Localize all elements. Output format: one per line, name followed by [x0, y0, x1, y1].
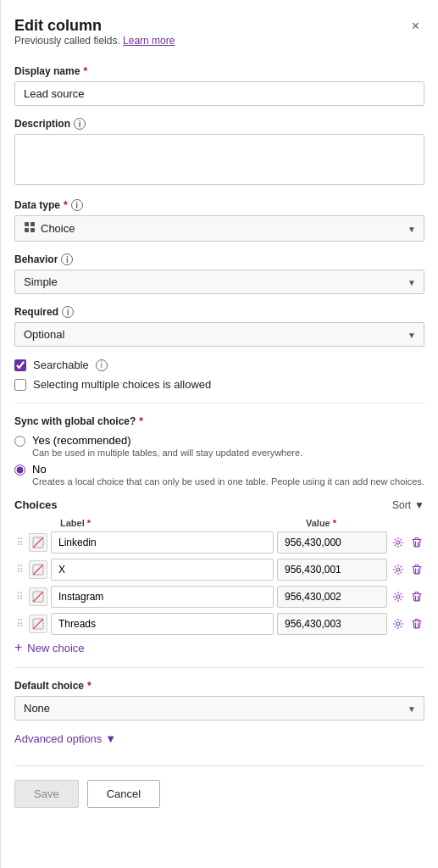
behavior-select[interactable]: Simple ▼	[14, 270, 424, 294]
no-image-icon[interactable]	[29, 587, 47, 606]
sync-global-group: Sync with global choice? * Yes (recommen…	[14, 415, 424, 487]
edit-column-panel: Edit column Previously called fields. Le…	[0, 0, 438, 868]
data-type-group: Data type * i Choice ▼	[14, 199, 424, 242]
choice-row: ⠿	[14, 613, 424, 635]
behavior-info-icon[interactable]: i	[61, 253, 73, 265]
choices-list: ⠿ ⠿	[14, 531, 424, 635]
description-label: Description i	[14, 118, 424, 130]
required-star: *	[83, 65, 87, 77]
data-type-select[interactable]: Choice ▼	[14, 215, 424, 242]
row-settings-button[interactable]	[391, 535, 406, 550]
searchable-checkbox[interactable]	[14, 359, 26, 371]
choices-title: Choices	[14, 498, 58, 511]
default-choice-value: None	[24, 702, 50, 715]
choice-row: ⠿	[14, 531, 424, 554]
data-type-required-star: *	[64, 199, 68, 211]
sync-yes-label[interactable]: Yes (recommended)	[32, 434, 131, 447]
close-button[interactable]: ×	[407, 17, 424, 36]
behavior-value: Simple	[24, 275, 58, 288]
required-info-icon[interactable]: i	[62, 306, 74, 318]
advanced-options-button[interactable]: Advanced options ▼	[14, 732, 116, 745]
sync-no-radio[interactable]	[14, 465, 25, 476]
divider-1	[14, 403, 424, 403]
row-actions	[391, 535, 424, 550]
row-actions	[391, 589, 424, 604]
description-info-icon[interactable]: i	[74, 118, 86, 130]
drag-handle[interactable]: ⠿	[14, 564, 25, 576]
no-image-icon[interactable]	[29, 615, 47, 633]
searchable-info-icon[interactable]: i	[96, 359, 108, 371]
row-delete-button[interactable]	[409, 535, 424, 550]
choice-label-input[interactable]	[51, 559, 274, 581]
subtitle-text: Previously called fields.	[14, 35, 120, 47]
new-choice-button[interactable]: + New choice	[14, 640, 85, 655]
choice-row: ⠿	[14, 559, 424, 581]
row-delete-button[interactable]	[409, 562, 424, 577]
choice-label-input[interactable]	[51, 531, 274, 554]
no-image-icon[interactable]	[29, 533, 47, 552]
no-image-icon[interactable]	[29, 560, 47, 579]
behavior-group: Behavior i Simple ▼	[14, 253, 424, 294]
multiple-choices-label: Selecting multiple choices is allowed	[33, 378, 211, 391]
choice-value-input[interactable]	[277, 586, 387, 608]
required-select[interactable]: Optional ▼	[14, 322, 424, 347]
learn-more-link[interactable]: Learn more	[123, 35, 175, 47]
multiple-choices-row: Selecting multiple choices is allowed	[14, 378, 424, 391]
svg-rect-0	[25, 222, 29, 226]
searchable-row: Searchable i	[14, 359, 424, 371]
sync-no-label[interactable]: No	[32, 463, 47, 476]
data-type-chevron: ▼	[408, 224, 416, 233]
col-label-header: Label *	[60, 518, 306, 528]
required-display[interactable]: Optional ▼	[14, 322, 424, 347]
choices-header: Choices Sort ▼	[14, 498, 424, 511]
choice-label-input[interactable]	[51, 613, 274, 635]
choice-value-input[interactable]	[277, 613, 387, 635]
required-chevron: ▼	[408, 330, 416, 339]
behavior-label: Behavior i	[14, 253, 424, 265]
default-choice-display[interactable]: None ▼	[14, 696, 424, 721]
choice-icon	[24, 221, 36, 236]
row-delete-button[interactable]	[409, 616, 424, 632]
data-type-value: Choice	[41, 222, 75, 235]
drag-handle[interactable]: ⠿	[14, 591, 25, 603]
description-group: Description i	[14, 118, 424, 187]
svg-point-15	[396, 622, 400, 626]
default-choice-group: Default choice * None ▼	[14, 680, 424, 721]
required-label: Required i	[14, 306, 424, 318]
data-type-info-icon[interactable]: i	[71, 199, 83, 211]
display-name-label: Display name *	[14, 65, 424, 77]
svg-point-12	[396, 595, 400, 598]
sync-radio-group: Yes (recommended) Can be used in multipl…	[14, 434, 424, 487]
choice-value-input[interactable]	[277, 559, 387, 581]
sort-chevron-icon: ▼	[414, 499, 424, 511]
choice-value-input[interactable]	[277, 531, 387, 554]
sort-button[interactable]: Sort ▼	[392, 499, 424, 511]
default-choice-label: Default choice *	[14, 680, 424, 692]
data-type-label: Data type * i	[14, 199, 424, 211]
plus-icon: +	[14, 640, 22, 655]
row-settings-button[interactable]	[391, 562, 406, 577]
sync-yes-radio[interactable]	[14, 436, 25, 447]
display-name-input[interactable]	[14, 81, 424, 106]
choice-row: ⠿	[14, 586, 424, 608]
default-choice-select[interactable]: None ▼	[14, 696, 424, 721]
save-button[interactable]: Save	[14, 780, 79, 808]
row-settings-button[interactable]	[391, 616, 406, 632]
choice-label-input[interactable]	[51, 586, 274, 608]
svg-rect-2	[25, 228, 29, 232]
data-type-display[interactable]: Choice ▼	[14, 215, 424, 242]
row-delete-button[interactable]	[409, 589, 424, 604]
behavior-display[interactable]: Simple ▼	[14, 270, 424, 294]
drag-handle[interactable]: ⠿	[14, 537, 25, 548]
svg-rect-1	[30, 222, 35, 226]
description-input[interactable]	[14, 134, 424, 185]
choices-col-headers: Label * Value *	[14, 518, 424, 531]
row-actions	[391, 616, 424, 632]
sync-no-desc: Creates a local choice that can only be …	[32, 476, 424, 487]
col-value-header: Value *	[306, 518, 424, 528]
drag-handle[interactable]: ⠿	[14, 618, 25, 630]
row-settings-button[interactable]	[391, 589, 406, 604]
multiple-choices-checkbox[interactable]	[14, 379, 26, 391]
cancel-button[interactable]: Cancel	[87, 780, 160, 808]
svg-rect-3	[30, 228, 35, 232]
